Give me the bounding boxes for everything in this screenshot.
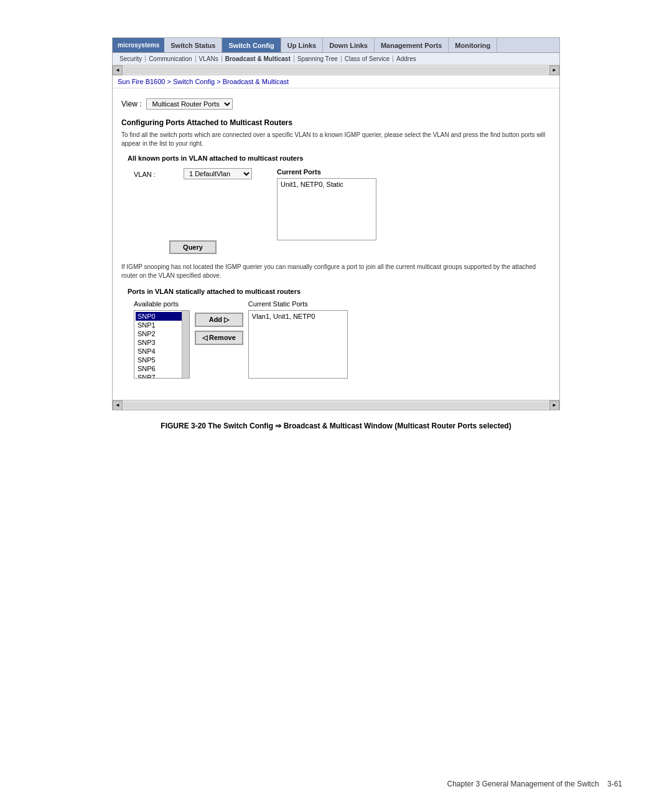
current-static-item-0: Vlan1, Unit1, NETP0 (250, 312, 346, 321)
available-ports-col: Available ports SNP0 SNP1 SNP2 SNP3 SNP4… (134, 300, 190, 379)
scroll-right-bottom[interactable]: ► (549, 400, 559, 410)
page-footer: Chapter 3 General Management of the Swit… (447, 780, 622, 788)
scroll-left-bottom[interactable]: ◄ (113, 400, 123, 410)
current-static-listbox[interactable]: Vlan1, Unit1, NETP0 (248, 310, 348, 379)
footer-page: 3-61 (607, 780, 622, 788)
available-port-7[interactable]: SNP7 (136, 373, 188, 379)
subnav-address[interactable]: Addres (393, 55, 419, 62)
tab-switch-status[interactable]: Switch Status (164, 38, 222, 52)
subsection-title: All known ports in VLAN attached to mult… (121, 154, 551, 162)
available-port-6[interactable]: SNP6 (136, 364, 188, 373)
listbox-scrollbar[interactable] (182, 311, 189, 378)
available-port-4[interactable]: SNP4 (136, 347, 188, 356)
scroll-track-bottom (124, 402, 548, 408)
current-static-col: Current Static Ports Vlan1, Unit1, NETP0 (248, 300, 348, 379)
query-btn-wrapper: Query (134, 240, 252, 254)
current-ports-panel: Current Ports Unit1, NETP0, Static (277, 168, 376, 240)
query-button[interactable]: Query (169, 240, 217, 254)
scroll-track (124, 67, 548, 73)
available-port-3[interactable]: SNP3 (136, 338, 188, 347)
ports-grid: Available ports SNP0 SNP1 SNP2 SNP3 SNP4… (121, 300, 551, 379)
section-desc: To find all the switch ports which are c… (121, 131, 551, 148)
available-ports-label: Available ports (134, 300, 190, 308)
subnav-security[interactable]: Security (116, 55, 146, 62)
tab-monitoring[interactable]: Monitoring (449, 38, 497, 52)
current-ports-listbox[interactable]: Unit1, NETP0, Static (277, 178, 376, 240)
nav-tabs: Switch Status Switch Config Up Links Dow… (164, 38, 497, 52)
brand-logo: microsystems (113, 38, 164, 52)
subnav-vlans[interactable]: VLANs (196, 55, 222, 62)
scroll-right-btn[interactable]: ► (549, 65, 559, 75)
scroll-left-btn[interactable]: ◄ (113, 65, 123, 75)
available-port-5[interactable]: SNP5 (136, 356, 188, 364)
available-port-1[interactable]: SNP1 (136, 321, 188, 329)
subnav-communication[interactable]: Communication (146, 55, 195, 62)
available-port-0[interactable]: SNP0 (136, 312, 188, 321)
static-ports-title: Ports in VLAN statically attached to mul… (121, 288, 551, 295)
current-port-item-0: Unit1, NETP0, Static (279, 180, 375, 189)
query-row: Query (121, 240, 551, 254)
tab-up-links[interactable]: Up Links (281, 38, 323, 52)
figure-caption: FIGURE 3-20 The Switch Config ⇒ Broadcas… (112, 422, 560, 430)
sub-nav: Security Communication VLANs Broadcast &… (113, 53, 559, 65)
igmp-note: If IGMP snooping has not located the IGM… (121, 263, 551, 280)
horizontal-scrollbar-bottom[interactable]: ◄ ► (113, 400, 559, 410)
subnav-class-of-service[interactable]: Class of Service (342, 55, 393, 62)
tab-switch-config[interactable]: Switch Config (222, 38, 281, 52)
add-remove-col: Add ▷ ◁ Remove (195, 300, 243, 345)
remove-button[interactable]: ◁ Remove (195, 331, 243, 345)
available-port-2[interactable]: SNP2 (136, 329, 188, 338)
main-content: View : Multicast Router Ports Configurin… (113, 88, 559, 400)
vlan-dropdown[interactable]: 1 DefaultVlan (184, 168, 252, 179)
add-button[interactable]: Add ▷ (195, 313, 243, 327)
screenshot-container: microsystems Switch Status Switch Config… (112, 37, 560, 410)
section-title: Configuring Ports Attached to Multicast … (121, 118, 551, 127)
view-dropdown[interactable]: Multicast Router Ports (146, 98, 233, 110)
horizontal-scrollbar-top[interactable]: ◄ ► (113, 65, 559, 75)
top-nav: microsystems Switch Status Switch Config… (113, 38, 559, 53)
current-ports-label: Current Ports (277, 168, 376, 176)
vlan-ports-row: VLAN : 1 DefaultVlan Current Ports Unit1… (121, 168, 551, 240)
vlan-label: VLAN : (134, 169, 184, 178)
tab-management-ports[interactable]: Management Ports (375, 38, 449, 52)
figure-caption-text: FIGURE 3-20 The Switch Config ⇒ Broadcas… (161, 422, 511, 430)
footer-chapter: Chapter 3 General Management of the Swit… (447, 780, 599, 788)
subnav-broadcast-multicast[interactable]: Broadcast & Multicast (222, 55, 294, 62)
breadcrumb: Sun Fire B1600 > Switch Config > Broadca… (113, 75, 559, 88)
available-ports-listbox[interactable]: SNP0 SNP1 SNP2 SNP3 SNP4 SNP5 SNP6 SNP7 (134, 310, 190, 379)
vlan-select-col: VLAN : 1 DefaultVlan (134, 168, 252, 179)
subnav-spanning-tree[interactable]: Spanning Tree (294, 55, 342, 62)
current-static-label: Current Static Ports (248, 300, 348, 308)
static-ports-section: Ports in VLAN statically attached to mul… (121, 288, 551, 379)
view-selector-row: View : Multicast Router Ports (121, 98, 551, 110)
view-label: View : (121, 100, 141, 108)
tab-down-links[interactable]: Down Links (323, 38, 375, 52)
